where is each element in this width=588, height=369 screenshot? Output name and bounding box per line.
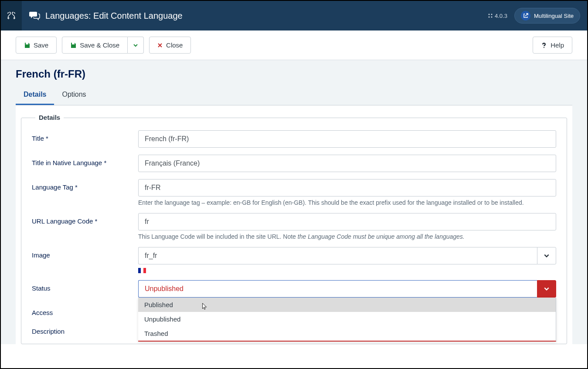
label-description: Description <box>32 323 138 335</box>
save-close-button[interactable]: Save & Close <box>62 37 128 54</box>
label-status: Status <box>32 280 138 292</box>
comments-icon <box>29 11 40 20</box>
label-access: Access <box>32 305 138 316</box>
label-title: Title * <box>32 130 138 142</box>
svg-point-2 <box>489 17 490 18</box>
content-area: French (fr-FR) Details Options Details T… <box>1 60 587 344</box>
save-button[interactable]: Save <box>16 37 57 54</box>
chevron-down-icon[interactable] <box>537 280 556 298</box>
status-option-trashed[interactable]: Trashed <box>138 326 556 341</box>
chevron-down-icon <box>133 43 138 48</box>
action-toolbar: Save Save & Close Close Help <box>1 30 587 60</box>
status-option-published[interactable]: Published <box>138 298 556 312</box>
label-image: Image <box>32 247 138 259</box>
close-button[interactable]: Close <box>149 37 191 54</box>
joomla-logo-icon <box>7 11 16 20</box>
select-status[interactable]: Unpublished <box>138 280 556 298</box>
label-tag: Language Tag * <box>32 179 138 191</box>
save-options-dropdown[interactable] <box>128 37 144 54</box>
external-link-icon <box>521 11 530 20</box>
version-label: 4.0.3 <box>488 13 507 19</box>
help-urlcode: This Language Code will be included in t… <box>138 233 556 240</box>
input-urlcode[interactable] <box>138 213 556 230</box>
select-image-value: fr_fr <box>138 247 537 264</box>
label-native: Title in Native Language * <box>32 155 138 166</box>
form-panel: Details Title * Title in Native Language… <box>16 105 572 344</box>
select-image[interactable]: fr_fr <box>138 247 556 264</box>
svg-point-0 <box>489 14 490 15</box>
status-dropdown: Published Unpublished Trashed <box>138 298 556 342</box>
row-image: Image fr_fr <box>32 247 556 273</box>
flag-preview-fr <box>138 268 146 273</box>
chevron-down-icon[interactable] <box>537 247 556 264</box>
save-icon <box>70 42 76 48</box>
sidebar-toggle[interactable] <box>1 1 22 30</box>
row-native: Title in Native Language * <box>32 155 556 172</box>
tab-details[interactable]: Details <box>16 85 54 105</box>
help-button[interactable]: Help <box>533 37 572 54</box>
select-status-value: Unpublished <box>138 280 537 298</box>
save-close-group: Save & Close <box>62 37 144 54</box>
page-header-title: Languages: Edit Content Language <box>45 11 183 21</box>
joomla-small-icon <box>488 13 493 18</box>
row-status: Status Unpublished Published Unpublished… <box>32 280 556 298</box>
tab-bar: Details Options <box>16 85 572 105</box>
svg-point-1 <box>491 14 493 15</box>
site-link-button[interactable]: Multilingual Site <box>514 8 580 24</box>
input-native[interactable] <box>138 155 556 172</box>
row-urlcode: URL Language Code * This Language Code w… <box>32 213 556 240</box>
row-title: Title * <box>32 130 556 148</box>
status-option-unpublished[interactable]: Unpublished <box>138 312 556 326</box>
close-icon <box>157 43 163 48</box>
tab-options[interactable]: Options <box>54 85 94 105</box>
page-title: French (fr-FR) <box>16 68 572 80</box>
app-header: Languages: Edit Content Language 4.0.3 M… <box>1 1 587 30</box>
label-urlcode: URL Language Code * <box>32 213 138 225</box>
row-tag: Language Tag * Enter the language tag – … <box>32 179 556 206</box>
save-icon <box>24 42 30 48</box>
site-link-label: Multilingual Site <box>534 13 574 19</box>
input-title[interactable] <box>138 130 556 148</box>
input-tag[interactable] <box>138 179 556 196</box>
details-fieldset: Details Title * Title in Native Language… <box>21 118 567 344</box>
svg-point-3 <box>491 17 493 18</box>
help-tag: Enter the language tag – example: en-GB … <box>138 199 556 206</box>
help-icon <box>541 42 547 48</box>
fieldset-legend: Details <box>35 114 64 121</box>
